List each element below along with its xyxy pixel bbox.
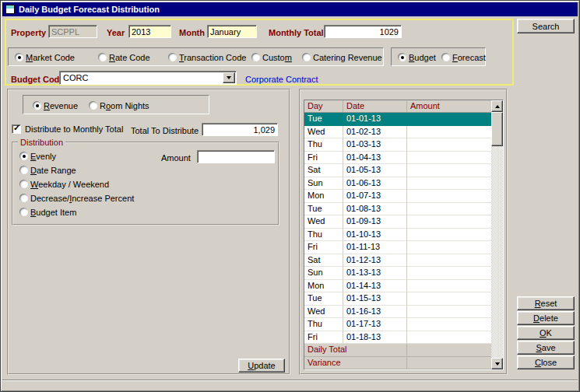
bottom-divider	[2, 380, 578, 381]
cell-amount[interactable]	[407, 306, 491, 319]
table-row[interactable]: Sun 01-13-13	[304, 267, 491, 280]
cell-amount[interactable]	[407, 254, 491, 268]
table-row[interactable]: Sat 01-05-13	[304, 164, 491, 177]
table-row[interactable]: Fri 01-04-13	[304, 152, 491, 165]
radio-revenue[interactable]: Revenue	[33, 100, 78, 110]
cell-amount[interactable]	[407, 292, 491, 306]
table-row[interactable]: Sat 01-12-13	[304, 254, 491, 268]
radio-label: Market Code	[26, 53, 75, 62]
scrollbar-thumb[interactable]	[491, 112, 503, 146]
distribution-group-title: Distribution	[18, 138, 65, 148]
table-row[interactable]: Tue 01-01-13	[304, 113, 491, 126]
radio-date-range[interactable]: Date Range	[19, 165, 76, 175]
radio-custom[interactable]: Custom	[251, 52, 292, 62]
cell-amount[interactable]	[407, 113, 491, 126]
cell-amount[interactable]	[407, 203, 491, 216]
title-bar[interactable]: Daily Budget Forecast Distribution	[2, 2, 578, 16]
cell-date: 01-12-13	[343, 254, 407, 268]
radio-room-nights[interactable]: Room Nights	[89, 100, 149, 110]
table-row[interactable]: Thu 01-17-13	[304, 318, 491, 331]
cell-amount[interactable]	[407, 215, 491, 229]
radio-dot-icon	[19, 152, 28, 160]
cell-amount[interactable]	[407, 267, 491, 280]
cell-date: 01-03-13	[343, 138, 407, 152]
scroll-up-button[interactable]	[491, 100, 503, 112]
cell-amount[interactable]	[407, 318, 491, 331]
table-row[interactable]: Thu 01-10-13	[304, 229, 491, 242]
radio-dot-icon	[251, 53, 260, 61]
chevron-down-icon	[227, 76, 231, 79]
daily-total-label: Daily Total	[304, 344, 407, 357]
radio-budget[interactable]: Budget	[398, 52, 436, 62]
total-to-distribute-field[interactable]: 1,029	[202, 123, 278, 136]
radio-dot-icon	[19, 208, 28, 216]
radio-dot-icon	[302, 53, 311, 61]
update-button[interactable]: Update	[238, 359, 285, 373]
cell-amount[interactable]	[407, 126, 491, 139]
radio-evenly[interactable]: Evenly	[19, 151, 56, 161]
budget-code-dropdown-button[interactable]	[223, 72, 235, 83]
cell-amount[interactable]	[407, 241, 491, 254]
radio-budget-item[interactable]: Budget Item	[19, 207, 76, 217]
amount-label: Amount	[161, 153, 191, 163]
value-type-radio-group: Revenue Room Nights	[23, 95, 209, 114]
radio-dot-icon	[398, 53, 406, 61]
radio-weekday-weekend[interactable]: Weekday / Weekend	[19, 179, 109, 189]
cell-date: 01-08-13	[343, 203, 407, 216]
month-field: January	[207, 25, 257, 38]
table-row[interactable]: Wed 01-16-13	[304, 306, 491, 319]
variance-row: Variance	[304, 357, 491, 370]
mode-radio-group: Budget Forecast	[391, 47, 486, 66]
cell-day: Wed	[304, 126, 343, 139]
cell-amount[interactable]	[407, 229, 491, 242]
radio-rate-code[interactable]: Rate Code	[98, 52, 150, 62]
scroll-down-button[interactable]	[491, 358, 503, 369]
budget-code-value: CORC	[60, 73, 222, 82]
cell-amount[interactable]	[407, 280, 491, 293]
delete-button[interactable]: Delete	[517, 311, 575, 325]
monthly-total-field[interactable]: 1029	[324, 25, 402, 38]
cell-amount[interactable]	[407, 152, 491, 165]
table-row[interactable]: Mon 01-14-13	[304, 280, 491, 293]
radio-catering-revenue[interactable]: Catering Revenue	[302, 52, 382, 62]
table-row[interactable]: Fri 01-11-13	[304, 241, 491, 254]
table-row[interactable]: Sun 01-06-13	[304, 177, 491, 191]
cell-amount[interactable]	[407, 190, 491, 203]
table-row[interactable]: Thu 01-03-13	[304, 138, 491, 152]
radio-label: Budget	[409, 53, 436, 62]
year-value: 2013	[132, 27, 150, 37]
radio-dot-icon	[19, 166, 28, 174]
table-row[interactable]: Wed 01-02-13	[304, 126, 491, 139]
cell-date: 01-11-13	[343, 241, 407, 254]
radio-forecast[interactable]: Forecast	[441, 52, 486, 62]
ok-button[interactable]: OK	[517, 326, 575, 340]
radio-market-code[interactable]: Market Code	[15, 52, 75, 62]
table-row[interactable]: Wed 01-09-13	[304, 215, 491, 229]
radio-transaction-code[interactable]: Transaction Code	[168, 52, 246, 62]
cell-amount[interactable]	[407, 164, 491, 177]
cell-amount[interactable]	[407, 177, 491, 191]
property-label: Property	[11, 28, 46, 38]
table-row[interactable]: Fri 01-18-13	[304, 331, 491, 345]
table-row[interactable]: Tue 01-08-13	[304, 203, 491, 216]
radio-label: Revenue	[44, 101, 78, 110]
search-button[interactable]: Search	[517, 19, 575, 33]
close-button[interactable]: Close	[517, 355, 575, 369]
cell-amount[interactable]	[407, 138, 491, 152]
radio-decrease-increase-percent[interactable]: Decrease/Increase Percent	[19, 193, 134, 203]
save-button[interactable]: Save	[517, 341, 575, 355]
table-row[interactable]: Tue 01-15-13	[304, 292, 491, 306]
cell-day: Fri	[304, 241, 343, 254]
cell-day: Tue	[304, 113, 343, 126]
radio-label: Date Range	[30, 166, 76, 175]
cell-day: Thu	[304, 138, 343, 152]
reset-button[interactable]: Reset	[517, 296, 575, 310]
cell-date: 01-01-13	[343, 113, 407, 126]
amount-field[interactable]	[197, 150, 275, 163]
cell-amount[interactable]	[407, 331, 491, 345]
scroll-up-icon	[495, 105, 500, 108]
budget-code-combo[interactable]: CORC	[59, 71, 237, 85]
table-row[interactable]: Mon 01-07-13	[304, 190, 491, 203]
table-scrollbar[interactable]	[491, 100, 503, 369]
distribute-to-monthly-total-checkbox[interactable]: Distribute to Monthly Total	[12, 124, 123, 134]
